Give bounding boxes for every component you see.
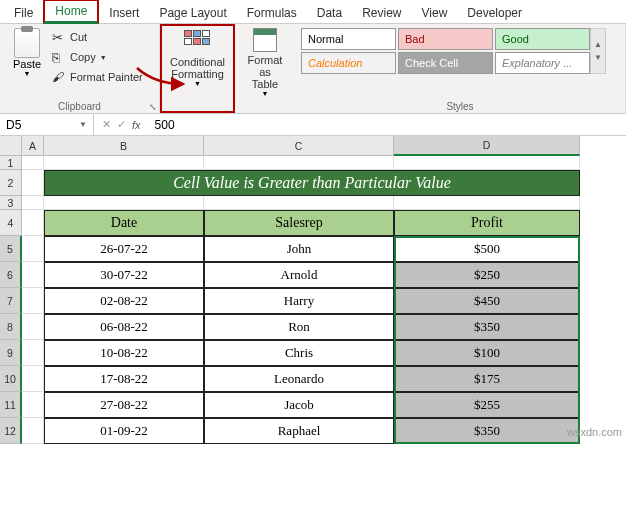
menu-formulas[interactable]: Formulas: [237, 3, 307, 23]
row-header-9[interactable]: 9: [0, 340, 22, 366]
row-header-2[interactable]: 2: [0, 170, 22, 196]
cell-A11[interactable]: [22, 392, 44, 418]
select-all-corner[interactable]: [0, 136, 22, 156]
name-box-value: D5: [6, 118, 21, 132]
header-profit[interactable]: Profit: [394, 210, 580, 236]
cancel-icon[interactable]: ✕: [102, 118, 111, 131]
cell-rep-6[interactable]: Arnold: [204, 262, 394, 288]
header-date[interactable]: Date: [44, 210, 204, 236]
watermark: wsxdn.com: [567, 426, 622, 438]
menu-developer[interactable]: Developer: [457, 3, 532, 23]
col-header-D[interactable]: D: [394, 136, 580, 156]
cell-date-9[interactable]: 10-08-22: [44, 340, 204, 366]
cell-date-7[interactable]: 02-08-22: [44, 288, 204, 314]
cell-rep-10[interactable]: Leonardo: [204, 366, 394, 392]
cell-A12[interactable]: [22, 418, 44, 444]
style-calculation[interactable]: Calculation: [301, 52, 396, 74]
chevron-down-icon[interactable]: ▼: [79, 120, 87, 129]
format-as-table-button[interactable]: Format as Table ▼: [241, 26, 289, 97]
cell-rep-11[interactable]: Jacob: [204, 392, 394, 418]
cell-profit-8[interactable]: $350: [394, 314, 580, 340]
row-header-3[interactable]: 3: [0, 196, 22, 210]
cell-A10[interactable]: [22, 366, 44, 392]
cell-A1[interactable]: [22, 156, 44, 170]
cell-rep-9[interactable]: Chris: [204, 340, 394, 366]
cell-B1[interactable]: [44, 156, 204, 170]
cell-profit-9[interactable]: $100: [394, 340, 580, 366]
name-box[interactable]: D5 ▼: [0, 114, 94, 135]
menu-view[interactable]: View: [412, 3, 458, 23]
cell-profit-5[interactable]: $500: [394, 236, 580, 262]
cell-rep-12[interactable]: Raphael: [204, 418, 394, 444]
cell-date-8[interactable]: 06-08-22: [44, 314, 204, 340]
row-header-7[interactable]: 7: [0, 288, 22, 314]
cell-rep-5[interactable]: John: [204, 236, 394, 262]
styles-expand-button[interactable]: ▲▼: [590, 28, 606, 74]
col-header-A[interactable]: A: [22, 136, 44, 156]
accept-icon[interactable]: ✓: [117, 118, 126, 131]
formula-bar: D5 ▼ ✕ ✓ fx 500: [0, 114, 626, 136]
copy-label: Copy: [70, 51, 96, 63]
row-header-1[interactable]: 1: [0, 156, 22, 170]
title-banner[interactable]: Cell Value is Greater than Particular Va…: [44, 170, 580, 196]
cell-A2[interactable]: [22, 170, 44, 196]
chevron-down-icon: ▼: [262, 90, 269, 97]
style-bad[interactable]: Bad: [398, 28, 493, 50]
cell-A3[interactable]: [22, 196, 44, 210]
paste-button[interactable]: Paste ▼: [6, 26, 48, 86]
cut-button[interactable]: Cut: [52, 28, 143, 46]
style-check-cell[interactable]: Check Cell: [398, 52, 493, 74]
row-header-8[interactable]: 8: [0, 314, 22, 340]
cell-D3[interactable]: [394, 196, 580, 210]
row-header-10[interactable]: 10: [0, 366, 22, 392]
cell-profit-6[interactable]: $250: [394, 262, 580, 288]
col-header-B[interactable]: B: [44, 136, 204, 156]
formula-controls: ✕ ✓ fx: [94, 118, 149, 131]
cell-date-5[interactable]: 26-07-22: [44, 236, 204, 262]
col-header-C[interactable]: C: [204, 136, 394, 156]
cell-C3[interactable]: [204, 196, 394, 210]
format-painter-button[interactable]: Format Painter: [52, 68, 143, 86]
cell-date-10[interactable]: 17-08-22: [44, 366, 204, 392]
dialog-launcher-icon[interactable]: ⤡: [149, 102, 157, 112]
cell-profit-7[interactable]: $450: [394, 288, 580, 314]
header-salesrep[interactable]: Salesrep: [204, 210, 394, 236]
style-explanatory-[interactable]: Explanatory ...: [495, 52, 590, 74]
format-as-table-icon: [253, 28, 277, 52]
cell-rep-7[interactable]: Harry: [204, 288, 394, 314]
cell-date-11[interactable]: 27-08-22: [44, 392, 204, 418]
cell-profit-11[interactable]: $255: [394, 392, 580, 418]
cell-B3[interactable]: [44, 196, 204, 210]
cell-A7[interactable]: [22, 288, 44, 314]
row-header-12[interactable]: 12: [0, 418, 22, 444]
menu-file[interactable]: File: [4, 3, 43, 23]
format-as-table-group: Format as Table ▼: [235, 24, 295, 113]
cell-profit-12[interactable]: $350: [394, 418, 580, 444]
style-good[interactable]: Good: [495, 28, 590, 50]
cell-D1[interactable]: [394, 156, 580, 170]
cell-date-12[interactable]: 01-09-22: [44, 418, 204, 444]
menu-insert[interactable]: Insert: [99, 3, 149, 23]
menu-home[interactable]: Home: [43, 0, 99, 24]
cell-rep-8[interactable]: Ron: [204, 314, 394, 340]
row-header-11[interactable]: 11: [0, 392, 22, 418]
style-normal[interactable]: Normal: [301, 28, 396, 50]
cell-A6[interactable]: [22, 262, 44, 288]
spreadsheet-grid: 123456789101112 ABCD Cell Value is Great…: [0, 136, 626, 444]
formula-input[interactable]: 500: [149, 118, 626, 132]
cell-A9[interactable]: [22, 340, 44, 366]
cell-A8[interactable]: [22, 314, 44, 340]
cell-C1[interactable]: [204, 156, 394, 170]
cell-A5[interactable]: [22, 236, 44, 262]
menu-page-layout[interactable]: Page Layout: [149, 3, 236, 23]
cell-A4[interactable]: [22, 210, 44, 236]
fx-icon[interactable]: fx: [132, 119, 141, 131]
cell-date-6[interactable]: 30-07-22: [44, 262, 204, 288]
copy-button[interactable]: Copy ▼: [52, 48, 143, 66]
row-header-4[interactable]: 4: [0, 210, 22, 236]
row-header-5[interactable]: 5: [0, 236, 22, 262]
row-header-6[interactable]: 6: [0, 262, 22, 288]
menu-review[interactable]: Review: [352, 3, 411, 23]
menu-data[interactable]: Data: [307, 3, 352, 23]
cell-profit-10[interactable]: $175: [394, 366, 580, 392]
